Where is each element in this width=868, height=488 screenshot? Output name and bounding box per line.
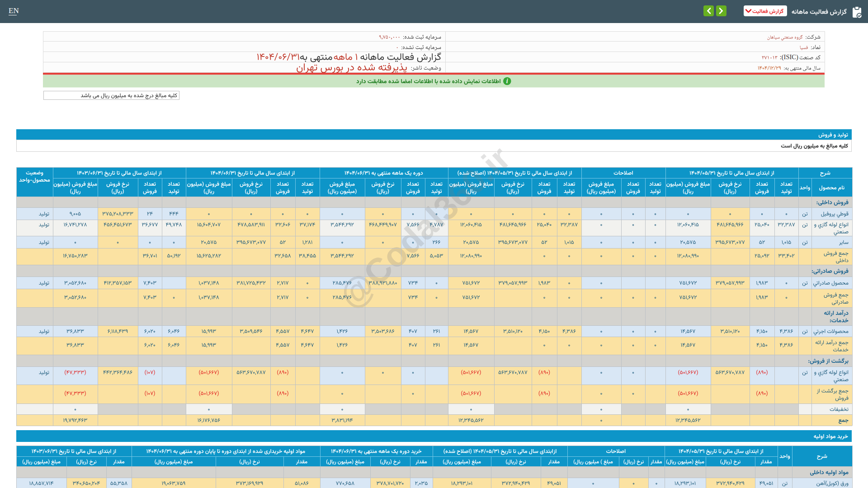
svg-text:EN: EN — [9, 6, 19, 15]
svg-text:i: i — [506, 78, 508, 84]
svg-text::(ISIC): :(ISIC) — [780, 53, 798, 61]
